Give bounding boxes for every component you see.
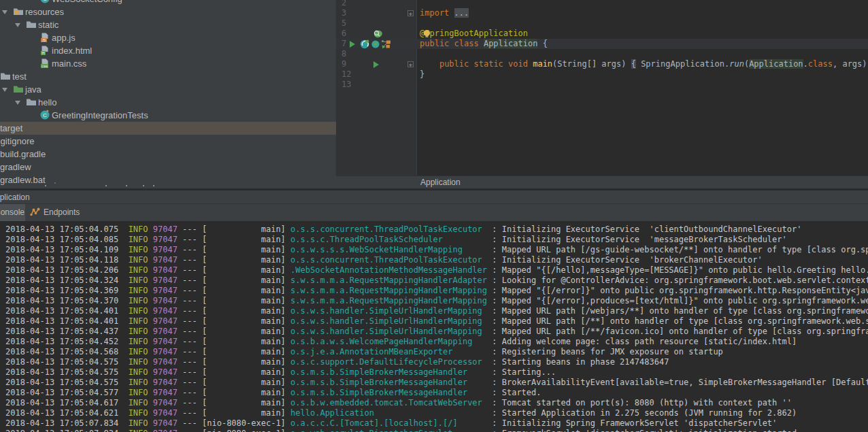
code-line-13[interactable]: 13	[336, 80, 868, 90]
log-line: 2018-04-13 17:05:04.452 INFO 97047 --- […	[5, 337, 868, 347]
tree-item-label: target	[0, 122, 22, 135]
code-editor[interactable]: 23+import ...56@SpringBootApplication7pu…	[336, 0, 868, 176]
line-number: 5	[341, 18, 346, 29]
file-type-js-icon: JS	[39, 32, 50, 43]
tree-item-label: hello	[38, 96, 56, 109]
tree-item-static[interactable]: static	[0, 18, 336, 31]
log-line: 2018-04-13 17:05:04.401 INFO 97047 --- […	[5, 306, 868, 316]
tree-item-hello[interactable]: hello	[0, 96, 336, 109]
svg-text:C: C	[43, 112, 47, 118]
breadcrumb-item-application[interactable]: Application	[420, 176, 461, 188]
line-number: 8	[341, 49, 346, 59]
log-line: 2018-04-13 17:05:04.370 INFO 97047 --- […	[5, 296, 868, 306]
log-line: 2018-04-13 17:05:04.575 INFO 97047 --- […	[5, 378, 868, 388]
tree-item-websocketconfig[interactable]: CWebSocketConfig	[0, 0, 336, 5]
tree-item-target[interactable]: target	[0, 122, 336, 135]
folder-resources-icon	[13, 6, 24, 17]
log-line: 2018-04-13 17:05:07.834 INFO 97047 --- […	[5, 429, 868, 432]
line-number: 2	[341, 0, 346, 8]
run-panel-tabs: Console Endpoints	[0, 203, 868, 221]
chevron-down-icon[interactable]	[15, 101, 20, 105]
class-run-icon: C	[39, 110, 50, 120]
code-line-5[interactable]: 5	[336, 18, 868, 29]
log-line: 2018-04-13 17:05:04.621 INFO 97047 --- […	[5, 408, 868, 418]
folder-icon	[26, 97, 37, 107]
log-line: 2018-04-13 17:05:04.075 INFO 97047 --- […	[5, 225, 868, 235]
tab-endpoints-label: Endpoints	[44, 207, 80, 217]
log-line: 2018-04-13 17:05:04.437 INFO 97047 --- […	[5, 327, 868, 337]
folder-test-icon	[13, 84, 24, 95]
run-main-icon[interactable]	[373, 61, 379, 68]
file-type-css-icon: CSS	[39, 58, 50, 69]
tree-item-label: main.css	[52, 57, 86, 70]
tree-item-label: gradlew.bat	[0, 173, 46, 186]
log-line: 2018-04-13 17:05:04.617 INFO 97047 --- […	[5, 398, 868, 408]
chevron-down-icon[interactable]	[15, 23, 20, 27]
code-line-6[interactable]: 6@SpringBootApplication	[336, 29, 868, 39]
tree-item-gradlew-bat[interactable]: gradlew.bat	[0, 173, 336, 186]
tree-item-resources[interactable]: resources	[0, 5, 336, 18]
tab-endpoints[interactable]: Endpoints	[25, 204, 89, 221]
line-number: 3	[341, 8, 346, 18]
tree-item-label: GreetingIntegrationTests	[52, 109, 148, 122]
code-line-12[interactable]: 12}	[336, 69, 868, 80]
log-line: 2018-04-13 17:05:04.324 INFO 97047 --- […	[5, 276, 868, 286]
tree-item-greetingintegrationtests[interactable]: CGreetingIntegrationTests	[0, 109, 336, 122]
breadcrumb-bar: Application	[336, 176, 868, 188]
svg-text:CSS: CSS	[41, 65, 48, 68]
line-number: 7	[341, 39, 346, 49]
tree-item-app-js[interactable]: JSapp.js	[0, 31, 336, 44]
run-class-icon[interactable]	[350, 41, 355, 48]
log-line: 2018-04-13 17:05:04.575 INFO 97047 --- […	[5, 367, 868, 378]
log-line: 2018-04-13 17:05:04.575 INFO 97047 --- […	[5, 357, 868, 367]
tree-item-index-html[interactable]: Hindex.html	[0, 44, 336, 57]
folder-icon	[0, 71, 11, 82]
ide-window: CWebSocketConfigresourcesstaticJSapp.jsH…	[0, 0, 868, 432]
code-line-3[interactable]: 3+import ...	[336, 8, 868, 18]
class-icon: C	[39, 0, 50, 4]
tree-item-build-gradle[interactable]: build.gradle	[0, 148, 336, 161]
log-line: 2018-04-13 17:05:04.118 INFO 97047 --- […	[5, 255, 868, 265]
tab-console-label: Console	[0, 204, 24, 221]
chevron-down-icon[interactable]	[2, 88, 7, 92]
fold-marker-icon[interactable]: +	[407, 61, 414, 67]
tree-item-java[interactable]: java	[0, 83, 336, 96]
tree-item-label: gradlew	[0, 161, 31, 173]
log-line: 2018-04-13 17:05:04.401 INFO 97047 --- […	[5, 316, 868, 327]
log-line: 2018-04-13 17:05:04.085 INFO 97047 --- […	[5, 235, 868, 245]
tree-item-label: .gitignore	[0, 135, 34, 148]
run-config-name: Application	[0, 191, 30, 203]
tree-item--gitignore[interactable]: .gitignore	[0, 135, 336, 148]
code-line-7[interactable]: 7public class Application {	[336, 39, 868, 49]
code-line-8[interactable]: 8	[336, 49, 868, 59]
tree-item-label: index.html	[52, 44, 92, 57]
code-line-9[interactable]: 9+ public static void main(String[] args…	[336, 59, 868, 69]
tree-item-gradlew[interactable]: gradlew	[0, 161, 336, 173]
console-log-output[interactable]: 2018-04-13 17:05:04.075 INFO 97047 --- […	[0, 221, 868, 432]
tree-item-label: resources	[25, 5, 64, 18]
line-number: 12	[341, 69, 351, 80]
line-number: 9	[341, 59, 346, 69]
folder-icon	[26, 19, 37, 30]
tree-item-test[interactable]: test	[0, 70, 336, 83]
log-line: 2018-04-13 17:05:07.834 INFO 97047 --- […	[5, 418, 868, 429]
run-tool-window-header: Application	[0, 190, 868, 203]
tab-console[interactable]: Console	[0, 204, 25, 221]
log-line: 2018-04-13 17:05:04.577 INFO 97047 --- […	[5, 388, 868, 398]
fold-marker-icon[interactable]: +	[407, 10, 414, 16]
intention-bulb-icon[interactable]	[422, 29, 431, 38]
endpoints-icon	[30, 207, 40, 216]
svg-text:H: H	[42, 51, 45, 55]
log-line: 2018-04-13 17:05:04.206 INFO 97047 --- […	[5, 265, 868, 276]
clipped-tree-row	[45, 185, 46, 186]
tree-item-label: WebSocketConfig	[52, 0, 122, 5]
tree-item-main-css[interactable]: CSSmain.css	[0, 57, 336, 70]
log-line: 2018-04-13 17:05:04.369 INFO 97047 --- […	[5, 286, 868, 296]
tree-item-label: app.js	[52, 31, 76, 44]
chevron-down-icon[interactable]	[2, 10, 7, 14]
code-line-2[interactable]: 2	[336, 0, 868, 8]
project-tree-panel[interactable]: CWebSocketConfigresourcesstaticJSapp.jsH…	[0, 0, 336, 188]
log-line: 2018-04-13 17:05:04.109 INFO 97047 --- […	[5, 245, 868, 255]
tree-item-label: java	[25, 83, 41, 96]
line-number: 6	[341, 29, 346, 39]
